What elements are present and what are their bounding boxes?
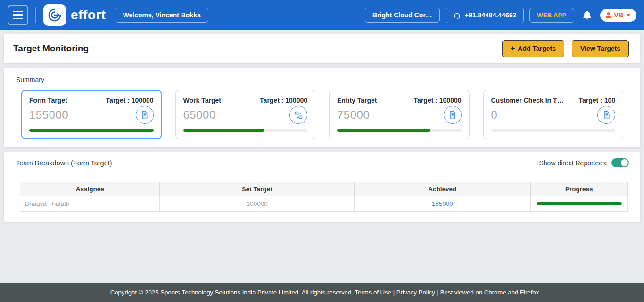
cell-set-target: 100000: [160, 196, 354, 212]
support-phone-button[interactable]: +91.84484.44692: [446, 8, 524, 23]
bell-icon: [582, 10, 593, 21]
page-title-bar: Target Monitoring + Add Targets View Tar…: [4, 34, 640, 63]
header-divider: [35, 7, 36, 23]
card-title: Entity Target: [337, 97, 377, 104]
form-document-icon: [136, 106, 154, 124]
column-header-achieved: Achieved: [354, 182, 530, 196]
summary-label: Summary: [4, 75, 640, 83]
card-value: 155000: [29, 108, 68, 122]
toggle-knob: [621, 159, 628, 166]
card-progress-track: [337, 129, 462, 132]
show-reportees-toggle[interactable]: [611, 158, 629, 167]
card-title: Customer Check In T…: [491, 97, 564, 104]
card-title: Work Target: [183, 97, 221, 104]
card-progress-track: [29, 129, 154, 132]
app-logo-text: effort: [71, 8, 106, 23]
card-progress-fill: [337, 129, 430, 132]
footer-tail-text: | Best viewed on Chrome and Firefox.: [435, 289, 541, 296]
team-breakdown-title: Team Breakdown (Form Target): [16, 159, 112, 167]
chevron-down-icon: [626, 14, 631, 16]
web-app-button[interactable]: WEB APP: [529, 8, 574, 23]
copyright-text: Copyright © 2025 Spoors Technology Solut…: [110, 289, 355, 296]
card-value: 75000: [337, 108, 370, 122]
app-header: effort Welcome, Vincent Bokka Bright Clo…: [0, 0, 644, 30]
page-title: Target Monitoring: [13, 43, 89, 54]
workflow-icon: [289, 106, 307, 124]
card-progress-fill: [29, 129, 154, 132]
cell-progress: [530, 196, 627, 212]
card-value: 65000: [183, 108, 216, 122]
cell-achieved: 155000: [354, 196, 530, 212]
card-progress-track: [491, 129, 616, 132]
checkin-document-icon: [597, 106, 615, 124]
summary-card-work-target[interactable]: Work Target Target : 100000 65000: [175, 90, 316, 139]
app-logo[interactable]: [43, 4, 66, 26]
user-menu-button[interactable]: VB: [600, 9, 636, 22]
summary-cards: Form Target Target : 100000 155000 Work …: [4, 83, 640, 139]
show-reportees-label: Show direct Reportees:: [539, 159, 608, 167]
organization-button[interactable]: Bright Cloud Cor…: [365, 8, 440, 23]
terms-of-use-link[interactable]: Terms of Use: [355, 289, 391, 296]
row-progress-track: [537, 202, 622, 205]
hamburger-icon: [13, 11, 23, 13]
card-title: Form Target: [29, 97, 67, 104]
cell-assignee: Bhagya Thalath: [20, 196, 160, 212]
table-row: Bhagya Thalath 100000 155000: [20, 196, 628, 212]
column-header-assignee: Assignee: [20, 182, 160, 196]
card-target-label: Target : 100000: [260, 97, 307, 104]
user-avatar-icon: [604, 11, 612, 19]
headset-icon: [453, 11, 461, 19]
welcome-user-button[interactable]: Welcome, Vincent Bokka: [116, 8, 208, 23]
achieved-value-link[interactable]: 155000: [432, 200, 453, 207]
footer-separator: |: [391, 289, 396, 296]
card-target-label: Target : 100000: [414, 97, 462, 104]
summary-card-entity-target[interactable]: Entity Target Target : 100000 75000: [329, 90, 470, 139]
view-targets-button[interactable]: View Targets: [572, 40, 629, 57]
row-progress-fill: [537, 202, 622, 205]
column-header-progress: Progress: [530, 182, 627, 196]
card-progress-track: [183, 129, 308, 132]
team-breakdown-table: Assignee Set Target Achieved Progress Bh…: [20, 182, 628, 212]
card-value: 0: [491, 108, 498, 122]
summary-card-form-target[interactable]: Form Target Target : 100000 155000: [21, 90, 162, 139]
table-header-row: Assignee Set Target Achieved Progress: [20, 182, 628, 196]
card-target-label: Target : 100: [578, 97, 615, 104]
notifications-button[interactable]: [582, 10, 593, 21]
summary-section: Summary Form Target Target : 100000 1550…: [4, 68, 640, 147]
user-initials: VB: [614, 11, 623, 19]
footer: Copyright © 2025 Spoors Technology Solut…: [0, 283, 644, 302]
team-breakdown-section: Team Breakdown (Form Target) Show direct…: [4, 152, 640, 222]
entity-document-icon: [444, 106, 462, 124]
effort-logo-icon: [47, 8, 62, 23]
column-header-set-target: Set Target: [160, 182, 354, 196]
summary-card-customer-checkin[interactable]: Customer Check In T… Target : 100 0: [483, 90, 624, 139]
plus-icon: +: [511, 46, 515, 51]
add-targets-label: Add Targets: [518, 45, 556, 52]
support-phone-number: +91.84484.44692: [465, 11, 516, 19]
card-progress-fill: [183, 129, 264, 132]
card-target-label: Target : 100000: [106, 97, 154, 104]
add-targets-button[interactable]: + Add Targets: [502, 40, 564, 57]
privacy-policy-link[interactable]: Privacy Policy: [396, 289, 435, 296]
menu-button[interactable]: [8, 5, 28, 25]
